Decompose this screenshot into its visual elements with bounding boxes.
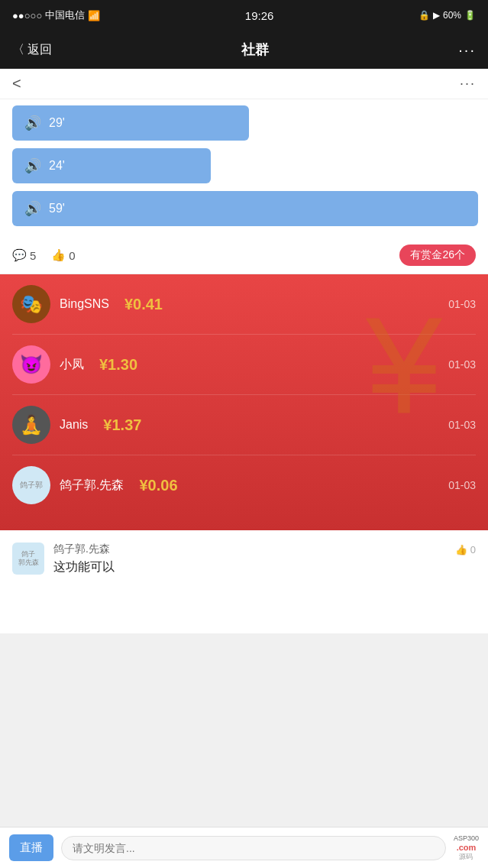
audio-bubble-2[interactable]: 🔊 24' <box>12 148 211 183</box>
nav-title: 社群 <box>241 40 269 59</box>
comment-username-1: 鸽子郭.先森 <box>53 542 110 556</box>
username-1: BingSNS <box>60 297 109 311</box>
amount-4: ¥0.06 <box>139 477 177 494</box>
date-2: 01-03 <box>448 358 476 371</box>
audio-icon-1: 🔊 <box>24 115 41 131</box>
status-time: 19:26 <box>245 9 274 22</box>
date-3: 01-03 <box>448 419 476 431</box>
like-count[interactable]: 👍 0 <box>51 248 75 262</box>
date-1: 01-03 <box>448 298 476 310</box>
username-3: Janis <box>60 418 88 432</box>
reward-user-4: 鸽子郭 鸽子郭.先森 ¥0.06 <box>12 466 178 504</box>
reward-user-1: 🎭 BingSNS ¥0.41 <box>12 285 163 323</box>
wifi-icon: 📶 <box>88 10 100 21</box>
status-left: ●●○○○ 中国电信 📶 <box>12 8 100 22</box>
thumb-icon: 👍 <box>455 544 467 555</box>
comment-section: 鸽子郭先森 鸽子郭.先森 👍 0 这功能可以 <box>0 530 488 633</box>
watermark: ASP300 .com 源码 <box>454 834 479 861</box>
status-bar: ●●○○○ 中国电信 📶 19:26 🔒 ▶ 60% 🔋 <box>0 0 488 31</box>
lock-icon: 🔒 <box>419 10 430 21</box>
audio-icon-2: 🔊 <box>24 157 41 174</box>
comment-icon: 💬 <box>12 248 27 262</box>
comment-meta-1: 鸽子郭.先森 👍 0 <box>53 542 476 556</box>
username-4: 鸽子郭.先森 <box>60 478 124 494</box>
comment-count[interactable]: 💬 5 <box>12 248 36 262</box>
audio-bubble-1[interactable]: 🔊 29' <box>12 105 249 141</box>
amount-1: ¥0.41 <box>124 296 163 313</box>
avatar-2: 😈 <box>12 345 50 384</box>
nav-bar: 〈 返回 社群 ··· <box>0 31 488 69</box>
reaction-bar: 💬 5 👍 0 有赏金26个 <box>0 237 488 274</box>
battery-icon: 🔋 <box>464 10 476 21</box>
audio-messages: 🔊 29' 🔊 24' 🔊 59' <box>0 99 488 237</box>
reward-row-2: 😈 小凤 ¥1.30 01-03 <box>12 335 476 395</box>
reaction-left: 💬 5 👍 0 <box>12 248 76 262</box>
live-button[interactable]: 直播 <box>9 834 53 861</box>
chat-input[interactable] <box>61 836 446 860</box>
location-icon: ▶ <box>433 10 440 21</box>
avatar-1: 🎭 <box>12 285 50 323</box>
bottom-bar: 直播 ASP300 .com 源码 <box>0 827 488 868</box>
amount-2: ¥1.30 <box>99 356 137 374</box>
battery-level: 60% <box>443 10 461 21</box>
reward-row-3: 🧘 Janis ¥1.37 01-03 <box>12 395 476 455</box>
username-2: 小凤 <box>60 357 84 373</box>
date-4: 01-03 <box>448 479 476 491</box>
sub-nav: < ··· <box>0 69 488 99</box>
avatar-3: 🧘 <box>12 406 50 444</box>
audio-bubble-3[interactable]: 🔊 59' <box>12 191 478 226</box>
reward-section: ¥ 🎭 BingSNS ¥0.41 01-03 😈 小凤 ¥1.30 01-03… <box>0 274 488 530</box>
nav-back-button[interactable]: 〈 返回 <box>12 42 52 58</box>
reward-badge[interactable]: 有赏金26个 <box>399 245 476 266</box>
reward-user-2: 😈 小凤 ¥1.30 <box>12 345 137 384</box>
carrier: 中国电信 <box>45 8 85 22</box>
comment-like-1[interactable]: 👍 0 <box>455 544 476 555</box>
comment-text-1: 这功能可以 <box>53 559 476 575</box>
reward-row-1: 🎭 BingSNS ¥0.41 01-03 <box>12 274 476 335</box>
comment-avatar-1: 鸽子郭先森 <box>12 542 44 575</box>
sub-back-button[interactable]: < <box>12 75 21 92</box>
nav-more-button[interactable]: ··· <box>458 41 476 59</box>
avatar-4: 鸽子郭 <box>12 466 50 504</box>
audio-icon-3: 🔊 <box>24 200 41 217</box>
sub-more-button[interactable]: ··· <box>460 76 476 92</box>
chevron-left-icon: 〈 <box>12 42 24 58</box>
comment-body-1: 鸽子郭.先森 👍 0 这功能可以 <box>53 542 476 575</box>
comment-item-1: 鸽子郭先森 鸽子郭.先森 👍 0 这功能可以 <box>12 542 476 588</box>
reward-user-3: 🧘 Janis ¥1.37 <box>12 406 141 444</box>
like-icon: 👍 <box>51 248 66 262</box>
status-right: 🔒 ▶ 60% 🔋 <box>419 10 476 21</box>
amount-3: ¥1.37 <box>103 416 141 434</box>
reward-row-4: 鸽子郭 鸽子郭.先森 ¥0.06 01-03 <box>12 455 476 515</box>
reward-list: 🎭 BingSNS ¥0.41 01-03 😈 小凤 ¥1.30 01-03 🧘… <box>0 274 488 515</box>
signal-dots: ●●○○○ <box>12 10 42 21</box>
